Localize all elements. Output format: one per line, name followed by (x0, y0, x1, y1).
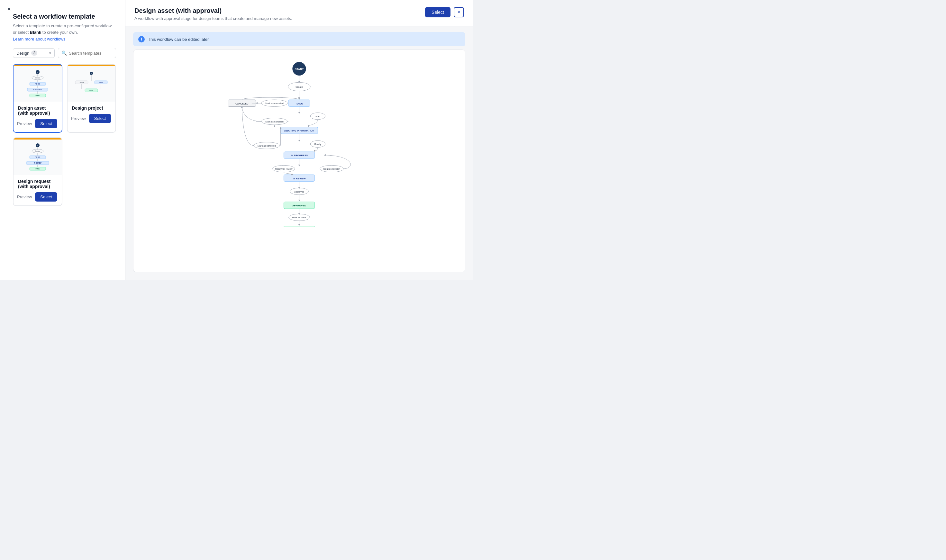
cards-grid: S Create TO DO IN PROGRESS DONE (13, 64, 116, 206)
filter-badge: 3 (31, 51, 37, 55)
svg-text:DONE: DONE (89, 90, 93, 91)
card-preview: S Create TO DO IN PROGRESS DONE (14, 66, 62, 102)
svg-text:Create: Create (295, 86, 303, 88)
svg-text:S: S (37, 72, 38, 73)
card-title: Design project (72, 105, 111, 111)
filters-row: Design 3 ▾ 🔍 (13, 48, 116, 58)
svg-text:TO DO: TO DO (35, 157, 40, 158)
svg-text:TO DO: TO DO (35, 83, 40, 85)
preview-button-design-project[interactable]: Preview (71, 116, 86, 121)
svg-text:IN REVIEW: IN REVIEW (292, 177, 306, 180)
card-diagram-svg: S Create TO DO IN PROGRESS DONE (15, 69, 60, 98)
card-title: Design request (with approval) (18, 179, 57, 189)
svg-text:DONE: DONE (35, 168, 40, 170)
select-button-design-request[interactable]: Select (35, 192, 57, 202)
filter-label: Design (16, 51, 29, 55)
close-button-left[interactable]: × (5, 5, 14, 14)
svg-text:IN PROGRESS: IN PROGRESS (291, 154, 308, 157)
svg-text:TO DO: TO DO (295, 102, 303, 105)
svg-text:Mark as done: Mark as done (292, 216, 306, 219)
search-box: 🔍 (58, 48, 116, 58)
chevron-down-icon: ▾ (49, 51, 51, 55)
category-filter[interactable]: Design 3 ▾ (13, 48, 55, 58)
card-diagram-svg-3: S Create TO DO IN REVIEW DONE (15, 143, 60, 172)
svg-text:IN REVIEW: IN REVIEW (34, 162, 42, 164)
svg-text:AWAITING INFORMATION: AWAITING INFORMATION (284, 129, 314, 132)
svg-text:Create: Create (35, 77, 40, 79)
info-icon: i (138, 36, 145, 42)
page-title: Select a workflow template (13, 13, 116, 20)
svg-text:S: S (37, 145, 38, 146)
svg-text:START: START (295, 68, 304, 71)
svg-text:Mark as canceled: Mark as canceled (265, 102, 284, 105)
card-title: Design asset (with approval) (18, 105, 57, 116)
card-actions: Preview Select (18, 119, 57, 128)
right-header: Design asset (with approval) A workflow … (125, 0, 473, 26)
left-panel: Select a workflow template Select a temp… (0, 0, 125, 280)
learn-more-link[interactable]: Learn more about workflows (13, 37, 116, 42)
svg-text:Approved: Approved (294, 190, 304, 193)
card-body: Design request (with approval) Preview S… (14, 175, 62, 205)
card-actions: Preview Select (18, 192, 57, 202)
select-button-right[interactable]: Select (425, 7, 451, 17)
select-button-design-asset[interactable]: Select (35, 119, 57, 128)
template-card-design-project[interactable]: S State A State B DONE Design project (67, 64, 116, 133)
svg-text:IN PROGRESS: IN PROGRESS (33, 89, 42, 91)
card-diagram-svg-2: S State A State B DONE (69, 69, 114, 98)
info-banner: i This workflow can be edited later. (133, 32, 465, 46)
svg-text:Mark as canceled: Mark as canceled (265, 120, 284, 123)
preview-button-design-request[interactable]: Preview (17, 194, 32, 199)
card-preview: S Create TO DO IN REVIEW DONE (14, 140, 62, 175)
svg-text:Ready: Ready (314, 143, 321, 146)
right-header-info: Design asset (with approval) A workflow … (134, 7, 292, 21)
svg-text:APPROVED: APPROVED (292, 204, 306, 207)
card-body: Design project Preview Select (68, 102, 116, 127)
search-input[interactable] (69, 51, 112, 55)
card-body: Design asset (with approval) Preview Sel… (14, 102, 62, 132)
subtitle: Select a template to create a pre-config… (13, 23, 116, 35)
modal: × Select a workflow template Select a te… (0, 0, 473, 280)
card-preview: S State A State B DONE (68, 66, 116, 102)
workflow-diagram-svg: START Create CANCELE (143, 60, 455, 227)
svg-text:State A: State A (80, 82, 84, 83)
svg-text:requires revision: requires revision (323, 168, 340, 171)
svg-text:Ready for review: Ready for review (275, 168, 292, 171)
svg-text:Create: Create (35, 150, 40, 152)
search-icon: 🔍 (62, 51, 67, 55)
svg-text:State B: State B (99, 82, 103, 83)
svg-rect-82 (284, 226, 314, 227)
select-button-design-project[interactable]: Select (89, 114, 111, 123)
right-panel: Design asset (with approval) A workflow … (125, 0, 473, 280)
close-button-right[interactable]: × (454, 7, 464, 17)
card-actions: Preview Select (72, 114, 111, 123)
right-header-buttons: Select × (425, 7, 464, 17)
template-card-design-asset[interactable]: S Create TO DO IN PROGRESS DONE (13, 64, 62, 133)
svg-text:CANCELED: CANCELED (235, 102, 248, 105)
preview-button-design-asset[interactable]: Preview (17, 121, 32, 126)
svg-text:S: S (91, 73, 92, 74)
right-description: A workflow with approval stage for desig… (134, 16, 292, 21)
right-title: Design asset (with approval) (134, 7, 292, 14)
template-card-design-request[interactable]: S Create TO DO IN REVIEW DONE (13, 137, 62, 206)
svg-text:DONE: DONE (35, 95, 40, 97)
svg-text:Start: Start (315, 115, 320, 118)
workflow-diagram-container: START Create CANCELE (133, 49, 465, 272)
svg-text:Mark as canceled: Mark as canceled (258, 145, 276, 147)
info-banner-text: This workflow can be edited later. (148, 37, 210, 42)
